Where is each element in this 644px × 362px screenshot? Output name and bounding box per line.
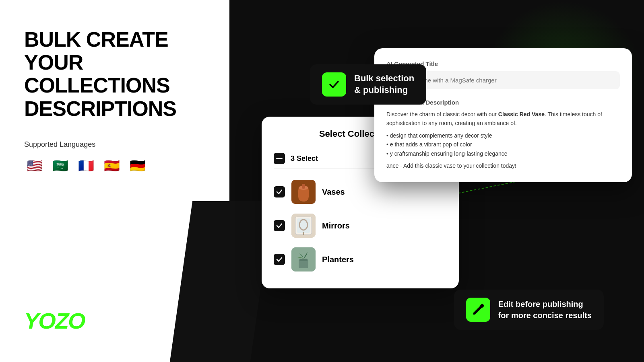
ai-desc-cta: ance - Add this classic vase to your col… [386, 161, 620, 170]
collection-item-planters[interactable]: Planters [274, 243, 447, 276]
vases-label: Vases [322, 187, 345, 197]
select-count: 3 Select [291, 154, 318, 163]
logo: YOZO [24, 308, 205, 334]
edit-icon [466, 298, 490, 322]
ai-desc-product: Classic Red Vase [498, 111, 545, 117]
flag-sa: 🇸🇦 [50, 155, 71, 176]
checkbox-vases[interactable] [274, 186, 285, 197]
edit-badge: Edit before publishing for more concise … [454, 290, 604, 330]
ai-feature-3: y craftsmanship ensuring long-lasting el… [386, 149, 620, 158]
ai-desc-content: Discover the charm of classic decor with… [386, 110, 620, 170]
edit-text-line1: Edit before publishing [498, 298, 592, 310]
bulk-badge-text: Bulk selection & publishing [354, 73, 414, 96]
svg-rect-12 [303, 232, 304, 235]
vases-thumbnail [291, 180, 316, 204]
bulk-text-line2: & publishing [354, 84, 414, 96]
check-icon-planters [276, 257, 283, 262]
right-panel: Bulk selection & publishing Select Colle… [229, 0, 644, 362]
collection-item-mirrors[interactable]: Mirrors [274, 209, 447, 243]
edit-pencil-icon [472, 303, 485, 316]
flag-fr: 🇫🇷 [76, 155, 97, 176]
mirrors-label: Mirrors [322, 221, 350, 230]
bulk-selection-badge: Bulk selection & publishing [310, 64, 426, 105]
bulk-checkbox-icon [322, 72, 346, 97]
minus-icon [276, 158, 283, 159]
flags-row: 🇺🇸 🇸🇦 🇫🇷 🇪🇸 🇩🇪 [24, 155, 205, 176]
checkmark-icon [328, 78, 341, 91]
ai-feature-2: e that adds a vibrant pop of color [386, 140, 620, 149]
edit-text-line2: for more concise results [498, 310, 592, 321]
minus-checkbox[interactable] [274, 153, 285, 164]
svg-rect-15 [299, 259, 308, 261]
svg-rect-7 [302, 184, 305, 189]
left-panel: BULK CREATE YOUR COLLECTIONS DESCRIPTION… [0, 0, 229, 362]
svg-rect-3 [276, 158, 283, 159]
languages-label: Supported Languages [24, 140, 205, 149]
flag-de: 🇩🇪 [127, 155, 148, 176]
checkbox-mirrors[interactable] [274, 220, 285, 231]
mirrors-thumb-image [291, 214, 316, 238]
planters-label: Planters [322, 255, 354, 264]
checkbox-planters[interactable] [274, 254, 285, 265]
check-icon-vases [276, 189, 283, 195]
check-icon-mirrors [276, 223, 283, 228]
edit-badge-text: Edit before publishing for more concise … [498, 298, 592, 321]
flag-us: 🇺🇸 [24, 155, 45, 176]
planters-thumb-image [291, 247, 316, 272]
vases-thumb-image [291, 180, 316, 204]
ai-feature-1: design that complements any decor style [386, 131, 620, 140]
main-title: BULK CREATE YOUR COLLECTIONS DESCRIPTION… [24, 28, 205, 120]
flag-es: 🇪🇸 [101, 155, 122, 176]
mirrors-thumbnail [291, 214, 316, 238]
bulk-text-line1: Bulk selection [354, 73, 414, 84]
planters-thumbnail [291, 247, 316, 272]
languages-section: Supported Languages 🇺🇸 🇸🇦 🇫🇷 🇪🇸 🇩🇪 [24, 140, 205, 176]
